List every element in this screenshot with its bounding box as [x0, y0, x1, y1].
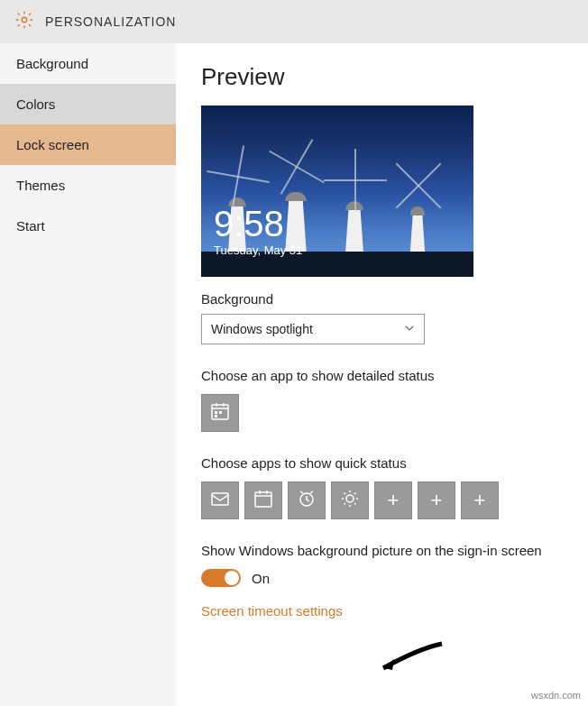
plus-icon: + — [474, 489, 486, 512]
main-content: Preview 9:58 Tuesday, May 31 Background … — [176, 43, 588, 706]
signin-toggle-row: On — [201, 569, 563, 587]
lock-screen-preview: 9:58 Tuesday, May 31 — [201, 105, 473, 277]
svg-point-0 — [22, 17, 27, 23]
svg-rect-5 — [215, 411, 217, 414]
svg-point-14 — [346, 495, 354, 502]
weather-icon — [339, 488, 361, 513]
alarm-icon — [296, 488, 317, 513]
detailed-status-row — [201, 394, 563, 432]
signin-toggle-state: On — [252, 571, 270, 586]
quick-app-add-3[interactable]: + — [461, 481, 499, 519]
detailed-status-label: Choose an app to show detailed status — [201, 368, 563, 383]
quick-app-weather[interactable] — [331, 481, 369, 519]
preview-time: 9:58 — [214, 206, 302, 242]
header: PERSONALIZATION — [0, 0, 588, 43]
quick-app-alarm[interactable] — [288, 481, 326, 519]
screen-timeout-link[interactable]: Screen timeout settings — [201, 603, 563, 619]
sidebar-item-themes[interactable]: Themes — [0, 165, 176, 206]
quick-status-row: + + + — [201, 481, 563, 519]
sidebar-item-lock-screen[interactable]: Lock screen — [0, 124, 176, 165]
quick-status-label: Choose apps to show quick status — [201, 455, 563, 471]
sidebar-item-colors[interactable]: Colors — [0, 84, 176, 124]
preview-date: Tuesday, May 31 — [214, 243, 302, 257]
preview-clock: 9:58 Tuesday, May 31 — [214, 206, 302, 257]
page-title: PERSONALIZATION — [45, 14, 176, 29]
calendar-icon — [209, 400, 231, 426]
quick-app-add-1[interactable]: + — [374, 481, 412, 519]
background-dropdown[interactable]: Windows spotlight — [201, 314, 425, 344]
svg-rect-9 — [255, 492, 271, 507]
svg-rect-8 — [212, 493, 228, 505]
gear-icon — [14, 10, 34, 33]
svg-rect-7 — [215, 415, 217, 417]
quick-app-add-2[interactable]: + — [418, 481, 455, 519]
background-selected: Windows spotlight — [211, 322, 313, 336]
signin-toggle[interactable] — [201, 569, 241, 587]
sidebar-item-start[interactable]: Start — [0, 206, 176, 246]
sidebar: Background Colors Lock screen Themes Sta… — [0, 43, 176, 706]
plus-icon: + — [388, 489, 400, 512]
detailed-app-calendar[interactable] — [201, 394, 239, 432]
calendar-icon — [253, 488, 274, 513]
watermark: wsxdn.com — [531, 690, 581, 701]
preview-heading: Preview — [201, 63, 563, 91]
quick-app-mail[interactable] — [201, 481, 239, 519]
background-label: Background — [201, 291, 563, 307]
plus-icon: + — [431, 489, 443, 512]
mail-icon — [209, 488, 231, 513]
quick-app-calendar[interactable] — [244, 481, 282, 519]
sidebar-item-background[interactable]: Background — [0, 43, 176, 84]
svg-rect-6 — [219, 411, 222, 414]
chevron-down-icon — [404, 321, 415, 337]
signin-bg-label: Show Windows background picture on the s… — [201, 543, 563, 558]
